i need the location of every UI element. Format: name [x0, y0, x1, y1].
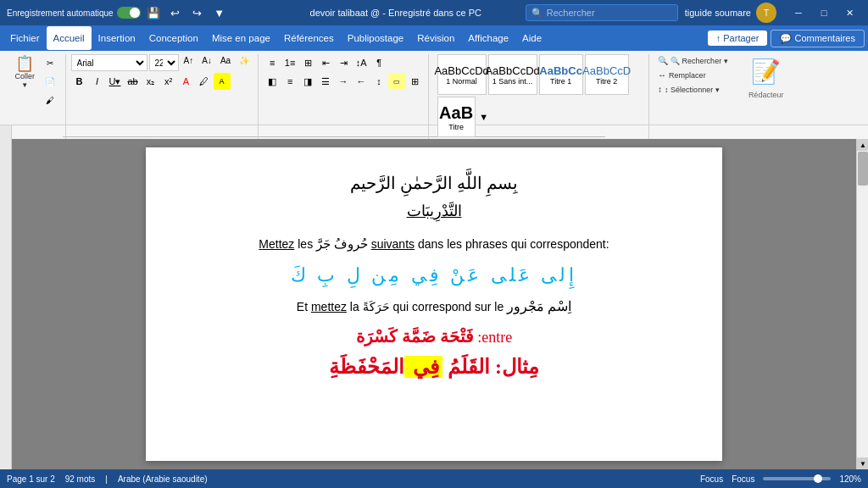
cut-button[interactable]: ✂ [42, 54, 58, 71]
ribbon-editing-group: 🔍 🔍 Rechercher ▾ ↔ Remplacer ↕ ↕ Sélecti… [649, 54, 737, 149]
menu-fichier[interactable]: Fichier [3, 26, 47, 50]
font-name-select[interactable]: Arial [71, 54, 147, 71]
filename-display: devoir talibaat @ - Enregistré dans ce P… [266, 8, 526, 18]
style-normal[interactable]: AaBbCcDd 1 Normal [437, 54, 487, 95]
autosave-label: Enregistrement automatique [7, 8, 114, 18]
strikethrough-button[interactable]: ab [125, 73, 142, 90]
rtl-button[interactable]: ← [353, 73, 370, 90]
increase-font-button[interactable]: A↑ [181, 54, 198, 71]
select-button[interactable]: ↕ ↕ Sélectionner ▾ [654, 83, 723, 96]
comments-button[interactable]: 💬Commentaires [771, 30, 865, 47]
redacteur-icon[interactable]: 📝 [751, 58, 781, 86]
harakat-colors: فَتْحَة ضَمَّة كَسْرَة [356, 327, 474, 346]
focus-label: Focus [700, 474, 723, 484]
font-size-select[interactable]: 22 [149, 54, 179, 71]
menu-affichage[interactable]: Affichage [461, 26, 515, 50]
align-center-button[interactable]: ≡ [281, 73, 298, 90]
font-content: Arial 22 A↑ A↓ Aa ✨ B I U▾ ab x₂ x² [71, 54, 253, 137]
minimize-button[interactable]: ─ [787, 4, 810, 21]
line-spacing-button[interactable]: ↕ [370, 73, 387, 90]
decrease-font-button[interactable]: A↓ [198, 54, 215, 71]
zoom-level: 120% [839, 474, 861, 484]
borders-button[interactable]: ⊞ [406, 73, 423, 90]
menu-bar: Fichier Accueil Insertion Conception Mis… [0, 25, 868, 51]
text-bg-button[interactable]: A [214, 73, 231, 90]
instruction1-arabic: حُروفُ جَرَّ [316, 237, 368, 251]
sort-button[interactable]: ↕A [353, 54, 370, 71]
scroll-track [857, 186, 868, 458]
replace-button[interactable]: ↔ Remplacer [654, 69, 709, 81]
close-button[interactable]: ✕ [837, 4, 861, 21]
style-titre1[interactable]: AaBbCc Titre 1 [539, 54, 583, 95]
clear-format-button[interactable]: ✨ [236, 54, 253, 71]
share-button[interactable]: ↑Partager [708, 30, 768, 46]
filename-text: devoir talibaat @ - Enregistré dans ce P… [310, 8, 482, 18]
menu-publipostage[interactable]: Publipostage [341, 26, 411, 50]
scroll-down-button[interactable]: ▼ [857, 458, 868, 469]
decrease-indent-button[interactable]: ⇤ [317, 54, 334, 71]
align-left-button[interactable]: ◧ [264, 73, 281, 90]
styles-scroll-btn[interactable]: ▼ [477, 97, 491, 137]
shading-button[interactable]: ▭ [388, 73, 405, 90]
style-titre2[interactable]: AaBbCcD Titre 2 [585, 54, 629, 95]
align-right-button[interactable]: ◨ [299, 73, 316, 90]
menu-insertion[interactable]: Insertion [92, 26, 142, 50]
copy-button[interactable]: 📄 [42, 73, 58, 90]
coller-arrow: ▼ [21, 81, 28, 89]
ltr-button[interactable]: → [335, 73, 352, 90]
vertical-scrollbar[interactable]: ▲ ▼ [856, 139, 868, 469]
ribbon-redacteur-group: 📝 Rédacteur [737, 54, 796, 149]
more-icon[interactable]: ▼ [212, 5, 227, 20]
subscript-button[interactable]: x₂ [142, 73, 159, 90]
menu-miseenpage[interactable]: Mise en page [205, 26, 277, 50]
document-title: التَّدْرِيبَات [197, 202, 671, 220]
increase-indent-button[interactable]: ⇥ [335, 54, 352, 71]
zoom-thumb[interactable] [814, 474, 822, 483]
search-icon: 🔍 [531, 8, 543, 19]
autosave-toggle[interactable] [117, 7, 141, 19]
redo-icon[interactable]: ↪ [190, 5, 205, 20]
menu-aide[interactable]: Aide [515, 26, 548, 50]
menu-references[interactable]: Références [277, 26, 341, 50]
highlight-button[interactable]: 🖊 [196, 73, 213, 90]
italic-button[interactable]: I [89, 73, 106, 90]
coller-icon: 📋 [15, 56, 34, 71]
page-info: Page 1 sur 2 [7, 474, 55, 484]
style-sans[interactable]: AaBbCcDd 1 Sans int... [488, 54, 537, 95]
ribbon-styles-group: AaBbCcDd 1 Normal AaBbCcDd 1 Sans int...… [429, 54, 649, 149]
bullets-button[interactable]: ≡ [264, 54, 281, 71]
styles-list: AaBbCcDd 1 Normal AaBbCcDd 1 Sans int...… [437, 54, 641, 137]
quick-access-icons: 💾 ↩ ↪ ▼ [146, 5, 227, 20]
instruction1-mettez: Mettez [259, 237, 294, 251]
menu-bar-right: ↑Partager 💬Commentaires [708, 30, 865, 47]
menu-conception[interactable]: Conception [142, 26, 205, 50]
underline-button[interactable]: U▾ [107, 73, 124, 90]
justify-button[interactable]: ☰ [317, 73, 334, 90]
scroll-up-button[interactable]: ▲ [857, 139, 868, 151]
style-titre[interactable]: AaB Titre [437, 97, 476, 137]
zoom-slider[interactable] [763, 477, 831, 480]
change-case-button[interactable]: Aa [217, 54, 234, 71]
ribbon: 📋 Coller ▼ ✂ 📄 🖌 Presse-papiers Arial [0, 51, 868, 125]
show-marks-button[interactable]: ¶ [370, 54, 387, 71]
superscript-button[interactable]: x² [160, 73, 177, 90]
format-painter-button[interactable]: 🖌 [42, 92, 58, 108]
menu-revision[interactable]: Révision [410, 26, 461, 50]
font-color-button[interactable]: A [178, 73, 195, 90]
bold-button[interactable]: B [71, 73, 88, 90]
vertical-ruler [0, 139, 12, 469]
scroll-thumb[interactable] [858, 152, 868, 186]
document-scroll-area[interactable]: بِسمِ اللَّهِ الرَّحمٰنِ الرَّحيم التَّد… [12, 139, 856, 469]
save-icon[interactable]: 💾 [146, 5, 161, 20]
undo-icon[interactable]: ↩ [168, 5, 183, 20]
para-row1: ≡ 1≡ ⊞ ⇤ ⇥ ↕A ¶ [264, 54, 387, 71]
clipboard-content: 📋 Coller ▼ ✂ 📄 🖌 [9, 54, 58, 137]
multilevel-button[interactable]: ⊞ [299, 54, 316, 71]
title-search-box[interactable]: 🔍 Rechercher [526, 4, 678, 21]
numbered-list-button[interactable]: 1≡ [281, 54, 298, 71]
maximize-button[interactable]: □ [812, 4, 836, 21]
title-bar: Enregistrement automatique 💾 ↩ ↪ ▼ devoi… [0, 0, 868, 25]
coller-button[interactable]: 📋 Coller ▼ [9, 54, 40, 97]
find-button[interactable]: 🔍 🔍 Rechercher ▾ [654, 54, 732, 67]
menu-accueil[interactable]: Accueil [47, 26, 92, 50]
